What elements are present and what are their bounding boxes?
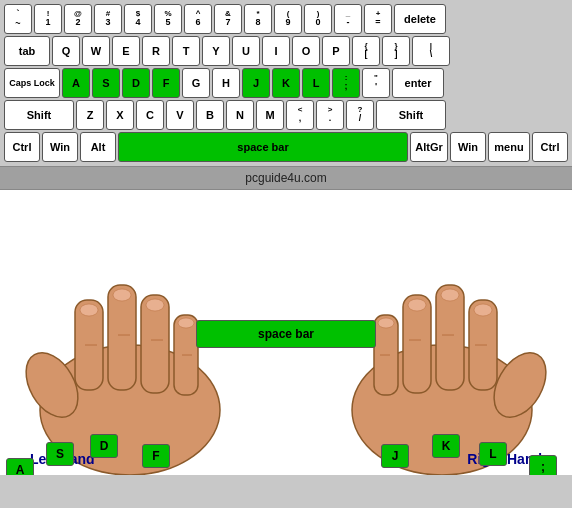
floating-key-f: F bbox=[142, 444, 170, 468]
key-l[interactable]: L bbox=[302, 68, 330, 98]
key-p[interactable]: P bbox=[322, 36, 350, 66]
key-menu[interactable]: menu bbox=[488, 132, 530, 162]
key-period[interactable]: >. bbox=[316, 100, 344, 130]
key-win-left[interactable]: Win bbox=[42, 132, 78, 162]
key-m[interactable]: M bbox=[256, 100, 284, 130]
key-e[interactable]: E bbox=[112, 36, 140, 66]
floating-key-j: J bbox=[381, 444, 409, 468]
key-u[interactable]: U bbox=[232, 36, 260, 66]
key-tab[interactable]: tab bbox=[4, 36, 50, 66]
floating-key-semicolon: ; bbox=[529, 455, 557, 475]
key-c[interactable]: C bbox=[136, 100, 164, 130]
key-f[interactable]: F bbox=[152, 68, 180, 98]
key-shift-right[interactable]: Shift bbox=[376, 100, 446, 130]
floating-key-k: K bbox=[432, 434, 460, 458]
key-shift-left[interactable]: Shift bbox=[4, 100, 74, 130]
key-space[interactable]: space bar bbox=[118, 132, 408, 162]
key-y[interactable]: Y bbox=[202, 36, 230, 66]
svg-point-13 bbox=[178, 318, 194, 328]
key-x[interactable]: X bbox=[106, 100, 134, 130]
key-j[interactable]: J bbox=[242, 68, 270, 98]
key-slash[interactable]: ?/ bbox=[346, 100, 374, 130]
key-ctrl-right[interactable]: Ctrl bbox=[532, 132, 568, 162]
space-bar-label: space bar bbox=[258, 327, 314, 341]
key-i[interactable]: I bbox=[262, 36, 290, 66]
svg-point-25 bbox=[441, 289, 459, 301]
hand-diagram-section: A S D F J K L ; space bar Left Hand Righ… bbox=[0, 190, 572, 475]
key-comma[interactable]: <, bbox=[286, 100, 314, 130]
svg-point-27 bbox=[378, 318, 394, 328]
key-capslock[interactable]: Caps Lock bbox=[4, 68, 60, 98]
website-text: pcguide4u.com bbox=[245, 171, 326, 185]
key-win-right[interactable]: Win bbox=[450, 132, 486, 162]
key-k[interactable]: K bbox=[272, 68, 300, 98]
key-enter[interactable]: enter bbox=[392, 68, 444, 98]
key-3[interactable]: #3 bbox=[94, 4, 122, 34]
key-r[interactable]: R bbox=[142, 36, 170, 66]
svg-point-11 bbox=[113, 289, 131, 301]
key-n[interactable]: N bbox=[226, 100, 254, 130]
key-9[interactable]: (9 bbox=[274, 4, 302, 34]
key-b[interactable]: B bbox=[196, 100, 224, 130]
svg-point-12 bbox=[146, 299, 164, 311]
floating-key-l: L bbox=[479, 442, 507, 466]
key-alt-left[interactable]: Alt bbox=[80, 132, 116, 162]
key-2[interactable]: @2 bbox=[64, 4, 92, 34]
floating-key-s: S bbox=[46, 442, 74, 466]
key-h[interactable]: H bbox=[212, 68, 240, 98]
key-z[interactable]: Z bbox=[76, 100, 104, 130]
svg-point-10 bbox=[80, 304, 98, 316]
key-a[interactable]: A bbox=[62, 68, 90, 98]
key-7[interactable]: &7 bbox=[214, 4, 242, 34]
key-tilde[interactable]: `~ bbox=[4, 4, 32, 34]
key-row-numbers: `~ !1 @2 #3 $4 %5 ^6 &7 *8 (9 )0 _- += d… bbox=[4, 4, 568, 34]
key-equals[interactable]: += bbox=[364, 4, 392, 34]
key-t[interactable]: T bbox=[172, 36, 200, 66]
key-o[interactable]: O bbox=[292, 36, 320, 66]
svg-point-24 bbox=[474, 304, 492, 316]
key-delete[interactable]: delete bbox=[394, 4, 446, 34]
key-q[interactable]: Q bbox=[52, 36, 80, 66]
key-row-asdf: Caps Lock A S D F G H J K L :; "' enter bbox=[4, 68, 568, 98]
floating-key-d: D bbox=[90, 434, 118, 458]
key-row-qwerty: tab Q W E R T Y U I O P {[ }] |\ bbox=[4, 36, 568, 66]
key-row-bottom: Ctrl Win Alt space bar AltGr Win menu Ct… bbox=[4, 132, 568, 162]
key-0[interactable]: )0 bbox=[304, 4, 332, 34]
key-8[interactable]: *8 bbox=[244, 4, 272, 34]
key-semicolon[interactable]: :; bbox=[332, 68, 360, 98]
key-g[interactable]: G bbox=[182, 68, 210, 98]
key-v[interactable]: V bbox=[166, 100, 194, 130]
keyboard-section: `~ !1 @2 #3 $4 %5 ^6 &7 *8 (9 )0 _- += d… bbox=[0, 0, 572, 166]
key-row-zxcv: Shift Z X C V B N M <, >. ?/ Shift bbox=[4, 100, 568, 130]
key-6[interactable]: ^6 bbox=[184, 4, 212, 34]
info-bar: pcguide4u.com bbox=[0, 166, 572, 190]
key-altgr[interactable]: AltGr bbox=[410, 132, 448, 162]
key-s[interactable]: S bbox=[92, 68, 120, 98]
key-5[interactable]: %5 bbox=[154, 4, 182, 34]
key-lbracket[interactable]: {[ bbox=[352, 36, 380, 66]
key-rbracket[interactable]: }] bbox=[382, 36, 410, 66]
key-w[interactable]: W bbox=[82, 36, 110, 66]
key-d[interactable]: D bbox=[122, 68, 150, 98]
key-4[interactable]: $4 bbox=[124, 4, 152, 34]
key-1[interactable]: !1 bbox=[34, 4, 62, 34]
floating-key-a: A bbox=[6, 458, 34, 475]
key-quote[interactable]: "' bbox=[362, 68, 390, 98]
key-ctrl-left[interactable]: Ctrl bbox=[4, 132, 40, 162]
space-bar-overlay: space bar bbox=[196, 320, 376, 348]
key-minus[interactable]: _- bbox=[334, 4, 362, 34]
key-backslash[interactable]: |\ bbox=[412, 36, 450, 66]
svg-point-26 bbox=[408, 299, 426, 311]
